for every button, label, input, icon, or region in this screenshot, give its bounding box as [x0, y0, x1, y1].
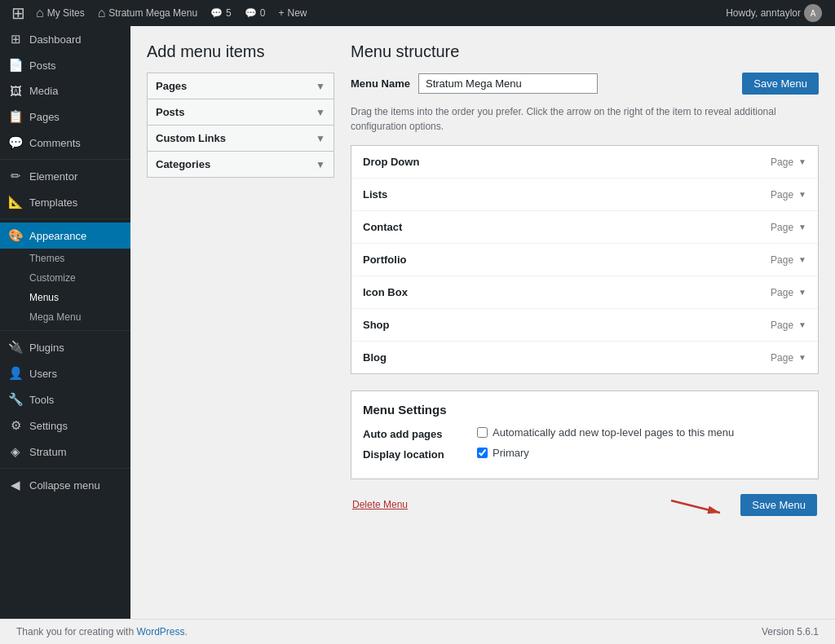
submenu-label-themes: Themes: [29, 253, 64, 264]
users-icon: 👤: [8, 366, 23, 381]
submenu-label-mega-menu: Mega Menu: [29, 311, 81, 323]
accordion-custom-links-header[interactable]: Custom Links ▼: [148, 126, 334, 151]
menu-row-arrow-blog[interactable]: ▼: [798, 353, 806, 362]
menu-items-list: Drop Down Page ▼ Lists Page ▼: [351, 145, 819, 374]
menu-row-meta-iconbox: Page ▼: [771, 287, 806, 298]
menu-row-meta-lists: Page ▼: [771, 189, 806, 201]
submenu-menus[interactable]: Menus: [0, 288, 130, 307]
accordion-pages-header[interactable]: Pages ▼: [148, 73, 334, 99]
sidebar-item-elementor[interactable]: ✏ Elementor: [0, 163, 130, 189]
menu-row-label-contact: Contact: [363, 221, 402, 233]
sidebar-item-posts[interactable]: 📄 Posts: [0, 52, 130, 78]
menu-row-blog[interactable]: Blog Page ▼: [351, 342, 818, 373]
user-greeting: Howdy, anntaylor: [726, 7, 801, 19]
submenu-mega-menu[interactable]: Mega Menu: [0, 307, 130, 327]
accordion-posts-label: Posts: [156, 106, 184, 118]
accordion-posts[interactable]: Posts ▼: [147, 99, 334, 126]
menu-name-row: Menu Name Save Menu: [351, 73, 819, 95]
menu-row-meta-blog: Page ▼: [771, 352, 806, 364]
settings-row-auto-add: Auto add pages Automatically add new top…: [363, 426, 806, 440]
sidebar-item-tools[interactable]: 🔧 Tools: [0, 386, 130, 412]
accordion-custom-links[interactable]: Custom Links ▼: [147, 126, 334, 152]
sidebar-item-collapse[interactable]: ◀ Collapse menu: [0, 472, 130, 498]
save-menu-button-bottom[interactable]: Save Menu: [740, 494, 817, 516]
sidebar-label-users: Users: [29, 368, 57, 380]
sidebar-label-comments: Comments: [29, 137, 81, 149]
menu-row-label-shop: Shop: [363, 319, 390, 331]
wordpress-link[interactable]: WordPress: [136, 626, 184, 637]
mysites-icon: ⌂: [36, 6, 44, 20]
plugins-icon: 🔌: [8, 340, 23, 355]
sidebar-item-dashboard[interactable]: ⊞ Dashboard: [0, 26, 130, 52]
pages-icon: 📋: [8, 109, 23, 124]
settings-value-display-location: Primary: [477, 447, 529, 459]
menu-row-iconbox[interactable]: Icon Box Page ▼: [351, 276, 818, 309]
sidebar-sep-2: [0, 218, 130, 219]
adminbar-site[interactable]: ⌂ Stratum Mega Menu: [91, 0, 204, 26]
accordion-posts-header[interactable]: Posts ▼: [148, 99, 334, 125]
menu-name-input[interactable]: [418, 73, 598, 94]
sidebar-item-users[interactable]: 👤 Users: [0, 360, 130, 386]
sidebar-item-pages[interactable]: 📋 Pages: [0, 104, 130, 130]
menu-row-type-contact: Page: [771, 222, 793, 233]
adminbar-user[interactable]: Howdy, anntaylor A: [726, 4, 828, 22]
menu-row-arrow-shop[interactable]: ▼: [798, 320, 806, 329]
menu-row-contact[interactable]: Contact Page ▼: [351, 211, 818, 244]
accordion-custom-links-label: Custom Links: [156, 132, 226, 144]
menu-row-dropdown[interactable]: Drop Down Page ▼: [351, 146, 818, 179]
sidebar-label-collapse: Collapse menu: [29, 479, 100, 492]
sidebar-label-templates: Templates: [29, 196, 77, 209]
menu-row-lists[interactable]: Lists Page ▼: [351, 179, 818, 211]
sidebar-item-stratum[interactable]: ◈ Stratum: [0, 439, 130, 465]
sidebar-item-media[interactable]: 🖼 Media: [0, 78, 130, 104]
menu-row-type-lists: Page: [771, 189, 793, 201]
menu-hint: Drag the items into the order you prefer…: [351, 104, 819, 134]
adminbar-new[interactable]: + New: [272, 0, 313, 26]
menu-row-arrow-contact[interactable]: ▼: [798, 223, 806, 232]
primary-location-label: Primary: [493, 447, 529, 459]
menu-row-shop[interactable]: Shop Page ▼: [351, 309, 818, 342]
menu-row-type-portfolio: Page: [771, 254, 793, 266]
menu-row-arrow-portfolio[interactable]: ▼: [798, 255, 806, 264]
red-arrow-icon: [667, 492, 732, 517]
menu-row-portfolio[interactable]: Portfolio Page ▼: [351, 244, 818, 276]
elementor-icon: ✏: [8, 169, 23, 183]
sidebar-item-settings[interactable]: ⚙ Settings: [0, 412, 130, 439]
menu-row-arrow-dropdown[interactable]: ▼: [798, 157, 806, 166]
menu-row-arrow-iconbox[interactable]: ▼: [798, 288, 806, 297]
adminbar-comments[interactable]: 💬 5: [204, 0, 238, 26]
adminbar-notes[interactable]: 💬 0: [238, 0, 272, 26]
accordion-custom-links-arrow: ▼: [316, 133, 325, 144]
sidebar-item-templates[interactable]: 📐 Templates: [0, 189, 130, 215]
settings-value-auto-add: Automatically add new top-level pages to…: [477, 426, 734, 439]
delete-menu-link[interactable]: Delete Menu: [352, 499, 408, 510]
admin-sidebar: ⊞ Dashboard 📄 Posts 🖼 Media 📋 Pages 💬 Co…: [0, 26, 130, 619]
sidebar-label-pages: Pages: [29, 111, 60, 123]
accordion-categories[interactable]: Categories ▼: [147, 152, 334, 178]
sidebar-item-appearance[interactable]: 🎨 Appearance: [0, 223, 130, 249]
submenu-customize[interactable]: Customize: [0, 268, 130, 288]
menu-structure-panel: Menu structure Menu Name Save Menu Drag …: [351, 42, 819, 517]
submenu-themes[interactable]: Themes: [0, 249, 130, 268]
media-icon: 🖼: [8, 84, 23, 98]
sidebar-item-comments[interactable]: 💬 Comments: [0, 130, 130, 156]
new-icon: +: [278, 7, 284, 19]
wp-logo[interactable]: ⊞: [7, 0, 29, 26]
settings-icon: ⚙: [8, 418, 23, 433]
menu-settings-title: Menu Settings: [363, 403, 806, 417]
site-icon: ⌂: [98, 6, 106, 20]
footer-version: Version 5.6.1: [762, 626, 819, 637]
sidebar-label-settings: Settings: [29, 420, 68, 432]
footer-thank-you-text: Thank you for creating with: [16, 626, 136, 637]
auto-add-checkbox[interactable]: [477, 427, 488, 438]
accordion-posts-arrow: ▼: [316, 107, 325, 118]
accordion-pages[interactable]: Pages ▼: [147, 73, 334, 99]
submenu-label-menus: Menus: [29, 292, 59, 303]
site-label: Stratum Mega Menu: [108, 7, 197, 19]
sidebar-item-plugins[interactable]: 🔌 Plugins: [0, 334, 130, 360]
accordion-categories-header[interactable]: Categories ▼: [148, 152, 334, 177]
adminbar-mysites[interactable]: ⌂ My Sites: [29, 0, 91, 26]
menu-row-arrow-lists[interactable]: ▼: [798, 190, 806, 199]
save-menu-button-top[interactable]: Save Menu: [742, 73, 819, 95]
primary-location-checkbox[interactable]: [477, 448, 488, 458]
